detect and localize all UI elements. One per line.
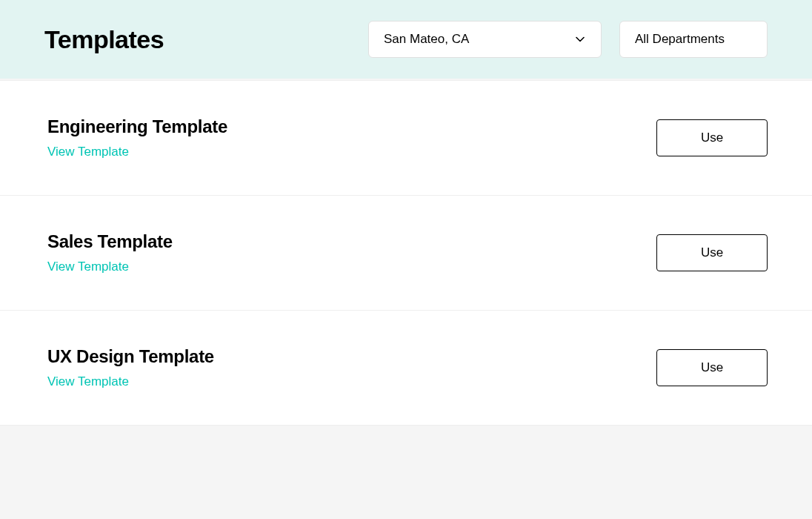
use-button[interactable]: Use (656, 349, 768, 386)
department-select[interactable]: All Departments (619, 21, 768, 58)
view-template-link[interactable]: View Template (47, 374, 214, 389)
page-title: Templates (44, 25, 164, 54)
template-name: UX Design Template (47, 346, 214, 367)
view-template-link[interactable]: View Template (47, 260, 173, 274)
template-card-ux-design: UX Design Template View Template Use (0, 311, 812, 426)
template-info: Engineering Template View Template (47, 116, 227, 159)
template-info: UX Design Template View Template (47, 346, 214, 389)
template-card-sales: Sales Template View Template Use (0, 196, 812, 311)
template-name: Engineering Template (47, 116, 227, 137)
view-template-link[interactable]: View Template (47, 145, 227, 159)
template-card-engineering: Engineering Template View Template Use (0, 80, 812, 196)
template-name: Sales Template (47, 231, 173, 252)
templates-list: Engineering Template View Template Use S… (0, 80, 812, 426)
use-button[interactable]: Use (656, 234, 768, 271)
filters-container: San Mateo, CA All Departments (368, 21, 768, 58)
location-selected-value: San Mateo, CA (384, 32, 469, 47)
use-button[interactable]: Use (656, 119, 768, 156)
location-select[interactable]: San Mateo, CA (368, 21, 602, 58)
header-bar: Templates San Mateo, CA All Departments (0, 0, 812, 79)
chevron-down-icon (574, 33, 586, 45)
department-selected-value: All Departments (635, 32, 725, 47)
template-info: Sales Template View Template (47, 231, 173, 274)
